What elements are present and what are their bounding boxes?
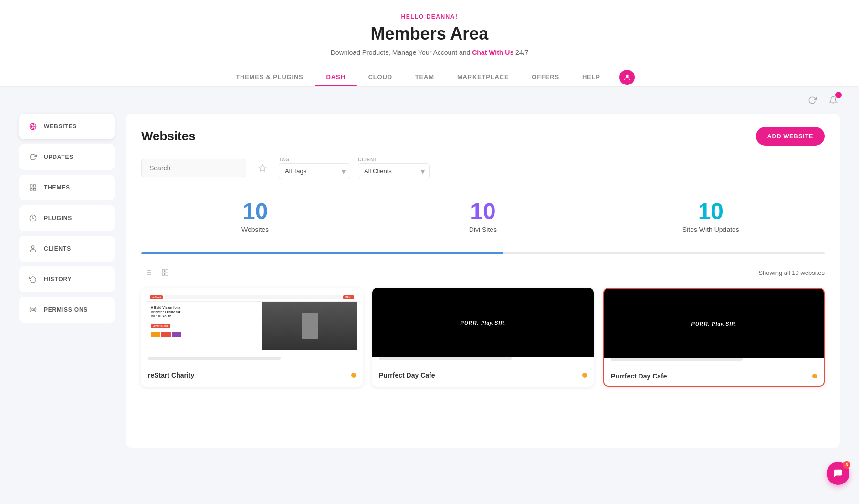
card-name-purrfect1: Purrfect Day Cafe: [379, 371, 435, 379]
card-status-dot-purrfect2: [812, 374, 817, 378]
clients-icon: [28, 243, 38, 254]
card-url-bar-2: [379, 357, 512, 360]
sidebar-item-themes[interactable]: THEMES: [19, 175, 115, 200]
tab-team[interactable]: TEAM: [404, 68, 446, 86]
progress-fill: [141, 252, 503, 254]
svg-point-0: [626, 74, 628, 77]
plugins-icon: [28, 213, 38, 223]
svg-rect-6: [30, 188, 32, 190]
nav-tabs: THEMES & PLUGINS DASH CLOUD TEAM MARKETP…: [224, 68, 635, 86]
subtitle: Download Products, Manage Your Account a…: [0, 49, 859, 56]
website-card-restart[interactable]: reStart MENU A Bold Vision for aBrighter…: [141, 288, 363, 387]
main-layout: WEBSITES UPDATES THEMES PLUGINS CLIENTS: [0, 114, 859, 467]
card-url-bar: [148, 357, 281, 360]
card-footer-restart: reStart Charity: [141, 366, 363, 385]
tab-cloud[interactable]: CLOUD: [357, 68, 404, 86]
favorites-star-button[interactable]: [254, 159, 271, 177]
stat-websites: 10 Websites: [141, 192, 369, 241]
grid-view-icon[interactable]: [158, 266, 172, 279]
sidebar-item-history[interactable]: HISTORY: [19, 266, 115, 292]
card-url-bar-3: [611, 358, 743, 361]
history-icon: [28, 274, 38, 284]
client-filter-group: CLIENT All Clients: [358, 157, 430, 179]
search-input[interactable]: [141, 159, 246, 177]
restart-mock-content: reStart MENU A Bold Vision for aBrighter…: [141, 288, 363, 357]
svg-marker-10: [259, 165, 266, 171]
hello-greeting: HELLO DEANNA!: [0, 13, 859, 20]
tag-select-wrapper: All Tags: [279, 163, 350, 179]
tab-dash[interactable]: DASH: [315, 68, 357, 86]
tab-themes-plugins[interactable]: THEMES & PLUGINS: [224, 68, 314, 86]
stat-divi-label: Divi Sites: [377, 226, 589, 233]
card-thumbnail-purrfect1: PURR. Play.SIP.: [372, 288, 594, 357]
subtitle-text-after: 24/7: [515, 49, 528, 56]
chat-bubble[interactable]: 3: [827, 462, 849, 485]
tag-select[interactable]: All Tags: [279, 163, 350, 179]
filters-row: TAG All Tags CLIENT All Clients: [141, 157, 825, 179]
svg-point-9: [32, 309, 34, 311]
sidebar: WEBSITES UPDATES THEMES PLUGINS CLIENTS: [19, 114, 115, 448]
toolbar: [0, 87, 859, 114]
list-view-icon[interactable]: [141, 266, 155, 279]
stat-sites-updates: 10 Sites With Updates: [597, 192, 825, 241]
svg-rect-17: [162, 270, 165, 272]
card-name-restart: reStart Charity: [148, 371, 194, 379]
sidebar-item-label: PLUGINS: [44, 215, 72, 221]
updates-icon: [28, 152, 38, 162]
sidebar-item-websites[interactable]: WEBSITES: [19, 114, 115, 139]
tag-filter-label: TAG: [279, 157, 350, 162]
tab-help[interactable]: HELP: [571, 68, 612, 86]
stats-row: 10 Websites 10 Divi Sites 10 Sites With …: [141, 192, 825, 241]
refresh-icon[interactable]: [806, 94, 819, 107]
tag-filter-group: TAG All Tags: [279, 157, 350, 179]
card-name-purrfect2: Purrfect Day Cafe: [611, 372, 667, 380]
permissions-icon: [28, 304, 38, 315]
svg-rect-3: [30, 185, 32, 187]
avatar[interactable]: [619, 70, 635, 85]
notification-bell-icon[interactable]: [827, 94, 840, 107]
nav-tabs-container: THEMES & PLUGINS DASH CLOUD TEAM MARKETP…: [0, 68, 859, 86]
subtitle-text-before: Download Products, Manage Your Account a…: [331, 49, 472, 56]
client-select[interactable]: All Clients: [358, 163, 430, 179]
sidebar-item-clients[interactable]: CLIENTS: [19, 236, 115, 262]
content-title: Websites: [141, 129, 196, 144]
sidebar-item-plugins[interactable]: PLUGINS: [19, 205, 115, 231]
add-website-button[interactable]: ADD WEBSITE: [756, 127, 825, 146]
sidebar-item-label: CLIENTS: [44, 245, 71, 252]
stat-divi-sites: 10 Divi Sites: [369, 192, 597, 241]
website-card-purrfect1[interactable]: PURR. Play.SIP. Purrfect Day Cafe: [372, 288, 594, 387]
card-thumbnail-restart: reStart MENU A Bold Vision for aBrighter…: [141, 288, 363, 357]
svg-point-8: [31, 246, 34, 248]
content-header: Websites ADD WEBSITE: [141, 127, 825, 146]
svg-rect-5: [33, 188, 36, 190]
view-icons: [141, 266, 172, 279]
chat-link[interactable]: Chat With Us: [472, 49, 513, 56]
header: HELLO DEANNA! Members Area Download Prod…: [0, 0, 859, 87]
svg-rect-4: [33, 185, 36, 187]
sidebar-item-permissions[interactable]: PERMISSIONS: [19, 297, 115, 323]
notification-badge: [835, 92, 842, 98]
showing-text: Showing all 10 websites: [758, 269, 825, 276]
card-status-dot-restart: [351, 373, 356, 378]
card-footer-purrfect2: Purrfect Day Cafe: [604, 367, 824, 386]
client-filter-label: CLIENT: [358, 157, 430, 162]
stat-websites-number: 10: [149, 200, 361, 223]
themes-icon: [28, 182, 38, 193]
globe-icon: [28, 121, 38, 132]
sidebar-item-label: THEMES: [44, 184, 70, 191]
sidebar-item-updates[interactable]: UPDATES: [19, 144, 115, 170]
content-area: Websites ADD WEBSITE TAG All Tags CLIENT: [126, 114, 840, 448]
page-title: Members Area: [0, 24, 859, 44]
chat-badge: 3: [843, 461, 850, 469]
svg-rect-19: [166, 273, 168, 275]
svg-rect-18: [166, 270, 168, 272]
sidebar-item-label: WEBSITES: [44, 123, 77, 130]
tab-marketplace[interactable]: MARKETPLACE: [446, 68, 520, 86]
website-card-purrfect2[interactable]: PURR. Play.SIP. Purrfect Day Cafe: [603, 288, 825, 387]
tab-offers[interactable]: OFFERS: [520, 68, 571, 86]
sidebar-item-label: PERMISSIONS: [44, 306, 88, 313]
sidebar-item-label: HISTORY: [44, 276, 72, 283]
progress-bar: [141, 252, 825, 254]
websites-grid: reStart MENU A Bold Vision for aBrighter…: [141, 288, 825, 387]
card-status-dot-purrfect1: [582, 373, 587, 378]
